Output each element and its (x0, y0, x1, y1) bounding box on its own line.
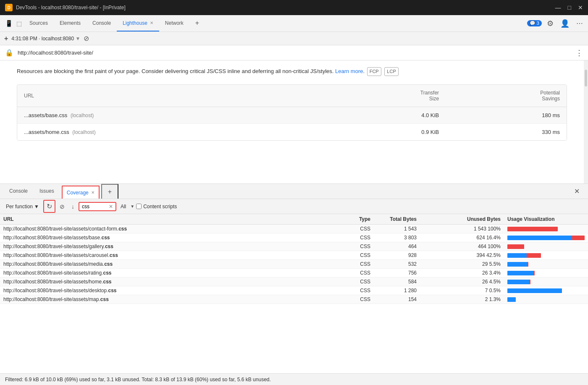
search-clear-icon[interactable]: ✕ (109, 204, 113, 210)
address-time: 4:31:08 PM · localhost:8080 ▼ (11, 36, 80, 42)
row-unused: 464 100% (420, 242, 504, 251)
coverage-row[interactable]: http://localhost:8080/travel-site/assets… (0, 286, 588, 295)
url-bar: 🔒 http://localhost:8080/travel-site/ ⋮ (0, 45, 588, 60)
devtools-tabbar: 📱 ⬚ Sources Elements Console Lighthouse … (0, 15, 588, 32)
close-panel-button[interactable]: ✕ (571, 186, 583, 197)
content-scripts-label: Content scripts (143, 204, 177, 210)
minimize-button[interactable]: — (555, 4, 561, 11)
profile-button[interactable]: 👤 (559, 17, 571, 30)
tab-elements[interactable]: Elements (54, 15, 87, 31)
add-tab-button[interactable]: + (189, 15, 205, 31)
titlebar-title: DevTools - localhost:8080/travel-site/ -… (16, 5, 126, 10)
coverage-tab-close[interactable]: ✕ (91, 190, 94, 195)
toggle-device-toolbar[interactable]: 📱 (3, 15, 15, 31)
row-viz (504, 278, 588, 285)
row-unused: 7 0.5% (420, 286, 504, 295)
coverage-row[interactable]: http://localhost:8080/travel-site/assets… (0, 225, 588, 233)
close-button[interactable]: ✕ (578, 4, 583, 11)
lh-row-1-transfer: 0.9 KiB (328, 123, 446, 140)
tab-lighthouse[interactable]: Lighthouse ✕ (117, 15, 159, 31)
app-icon: D (5, 4, 13, 11)
download-coverage-button[interactable]: ↓ (69, 202, 77, 212)
tab-sources[interactable]: Sources (24, 15, 54, 31)
row-total: 154 (374, 295, 420, 304)
add-bottom-tab[interactable]: + (101, 184, 118, 199)
dropdown-arrow-icon: ▼ (34, 204, 39, 210)
coverage-row[interactable]: http://localhost:8080/travel-site/assets… (0, 278, 588, 286)
row-type: CSS (340, 286, 374, 295)
row-total: 584 (374, 278, 420, 286)
row-viz (504, 287, 588, 294)
fcp-badge: FCP (367, 67, 381, 76)
url-more-button[interactable]: ⋮ (575, 48, 583, 58)
bottom-tab-console[interactable]: Console (3, 184, 34, 199)
tab-network[interactable]: Network (159, 15, 189, 31)
learn-more-link[interactable]: Learn more (335, 68, 363, 74)
row-viz (504, 225, 588, 233)
content-scripts-checkbox[interactable] (136, 204, 142, 209)
row-type: CSS (340, 269, 374, 277)
coverage-row[interactable]: http://localhost:8080/travel-site/assets… (0, 269, 588, 278)
row-unused: 26 4.5% (420, 278, 504, 286)
inspect-element-button[interactable]: ⬚ (15, 15, 24, 31)
settings-button[interactable]: ⚙ (545, 17, 555, 30)
add-tab-toolbar[interactable]: + (4, 35, 8, 42)
scrollbar-thumb[interactable] (585, 70, 587, 86)
row-unused: 394 42.5% (420, 251, 504, 259)
row-type: CSS (340, 233, 374, 242)
row-url: http://localhost:8080/travel-site/assets… (0, 233, 340, 242)
row-viz (504, 261, 588, 268)
row-url: http://localhost:8080/travel-site/assets… (0, 242, 340, 251)
row-viz (504, 270, 588, 277)
coverage-search-box: ✕ (79, 202, 116, 211)
row-unused: 26 3.4% (420, 269, 504, 277)
status-bar: Filtered: 6.9 kB of 10.0 kB (69%) used s… (0, 373, 588, 385)
tab-console[interactable]: Console (87, 15, 117, 31)
lh-row-1-savings: 330 ms (446, 123, 567, 140)
clear-coverage-button[interactable]: ⊘ (57, 202, 67, 212)
row-viz (504, 252, 588, 259)
status-text: Filtered: 6.9 kB of 10.0 kB (69%) used s… (5, 377, 271, 382)
lh-col-url: URL (17, 85, 328, 107)
all-filter-button[interactable]: All (118, 202, 129, 211)
per-function-button[interactable]: Per function ▼ (3, 202, 42, 211)
lh-row-1-url: ...assets/home.css (localhost) (17, 123, 328, 140)
col-unused-bytes: Unused Bytes (420, 214, 504, 224)
maximize-button[interactable]: □ (568, 4, 571, 11)
filter-dropdown-icon[interactable]: ▼ (130, 204, 134, 209)
row-url: http://localhost:8080/travel-site/assets… (0, 269, 340, 277)
content-scripts-filter: Content scripts (136, 204, 177, 210)
row-type: CSS (340, 242, 374, 251)
clear-button[interactable]: ⊘ (84, 34, 89, 42)
coverage-table-header: URL Type Total Bytes Unused Bytes Usage … (0, 214, 588, 225)
coverage-row[interactable]: http://localhost:8080/travel-site/assets… (0, 233, 588, 242)
lighthouse-scrollbar[interactable] (584, 60, 588, 183)
tab-lighthouse-close[interactable]: ✕ (150, 21, 153, 25)
col-usage-viz: Usage Visualization (504, 214, 588, 224)
more-options-button[interactable]: ⋯ (575, 18, 585, 29)
row-type: CSS (340, 251, 374, 259)
bottom-tab-coverage[interactable]: Coverage ✕ (62, 186, 100, 199)
lcp-badge: LCP (384, 67, 398, 76)
row-total: 464 (374, 242, 420, 251)
row-url: http://localhost:8080/travel-site/assets… (0, 251, 340, 259)
lh-description: Resources are blocking the first paint o… (0, 60, 584, 79)
coverage-search-input[interactable] (82, 204, 107, 210)
row-viz (504, 234, 588, 241)
url-display: http://localhost:8080/travel-site/ (18, 50, 571, 56)
row-url: http://localhost:8080/travel-site/assets… (0, 286, 340, 295)
row-type: CSS (340, 278, 374, 286)
coverage-row[interactable]: http://localhost:8080/travel-site/assets… (0, 260, 588, 269)
row-total: 1 543 (374, 225, 420, 233)
coverage-row[interactable]: http://localhost:8080/travel-site/assets… (0, 251, 588, 260)
row-type: CSS (340, 225, 374, 233)
row-type: CSS (340, 295, 374, 304)
coverage-row[interactable]: http://localhost:8080/travel-site/assets… (0, 295, 588, 304)
reload-coverage-button[interactable]: ↻ (43, 200, 55, 213)
row-unused: 2 1.3% (420, 295, 504, 304)
row-unused: 624 16.4% (420, 233, 504, 242)
lh-row-0-savings: 180 ms (446, 107, 567, 123)
coverage-table-body: http://localhost:8080/travel-site/assets… (0, 225, 588, 372)
bottom-tab-issues[interactable]: Issues (34, 184, 60, 199)
coverage-row[interactable]: http://localhost:8080/travel-site/assets… (0, 242, 588, 251)
